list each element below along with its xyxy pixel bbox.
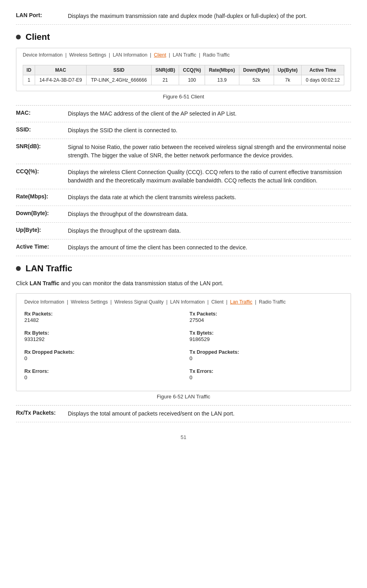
tx-dropped-value: 0 [189,355,343,361]
rx-errors-stat: Rx Errors: 0 [24,368,178,380]
client-bullet [16,35,21,39]
lan-port-definition: LAN Port: Displays the maximum transmiss… [16,8,351,25]
def-term: Up(Byte): [16,227,68,235]
tx-dropped-label: Tx Dropped Packets: [189,349,343,355]
lan-traffic-grid: Rx Packets: 21482 Tx Packets: 27504 Rx B… [24,311,343,384]
table-cell: 0 days 00:02:12 [302,75,344,85]
client-table-header-row: ID MAC SSID SNR(dB) CCQ(%) Rate(Mbps) Do… [23,65,344,75]
def-term: MAC: [16,110,68,118]
tx-bytets-value: 9186529 [189,336,343,342]
tx-errors-label: Tx Errors: [189,368,343,374]
client-figure-caption: Figure 6-51 Client [16,94,351,100]
lan-port-term: LAN Port: [16,12,68,20]
client-active-tab: Client [154,52,166,58]
table-cell: 1 [23,75,35,85]
rx-packets-value: 21482 [24,317,178,323]
col-rate: Rate(Mbps) [205,65,239,75]
def-term: CCQ(%): [16,168,68,185]
rx-dropped-stat: Rx Dropped Packets: 0 [24,349,178,361]
def-term: Rate(Mbps): [16,193,68,202]
table-cell: 13.9 [205,75,239,85]
def-term: Rx/Tx Packets: [16,410,68,418]
col-up: Up(Byte) [274,65,302,75]
client-def-row: Up(Byte):Displays the throughput of the … [16,223,351,239]
def-term: Down(Byte): [16,210,68,218]
rx-bytets-stat: Rx Bytets: 9331292 [24,330,178,342]
lan-traffic-figure-box: Device Information | Wireless Settings |… [16,293,351,391]
lan-traffic-title: LAN Traffic [26,263,72,274]
col-ccq: CCQ(%) [179,65,205,75]
page-number: 51 [16,434,351,440]
rx-packets-label: Rx Packets: [24,311,178,317]
client-def-row: SNR(dB):Signal to Noise Ratio, the power… [16,139,351,164]
def-desc: Signal to Noise Ratio, the power ratio b… [68,143,351,160]
client-def-row: Down(Byte):Displays the throughput of th… [16,206,351,223]
lan-definitions: Rx/Tx Packets:Displays the total amount … [16,406,351,422]
tx-errors-stat: Tx Errors: 0 [189,368,343,380]
table-cell: 14-F4-2A-3B-D7-E9 [35,75,87,85]
def-term: Active Time: [16,243,68,252]
col-id: ID [23,65,35,75]
tx-packets-label: Tx Packets: [189,311,343,317]
table-row: 114-F4-2A-3B-D7-E9TP-LINK_2.4GHz_6666662… [23,75,344,85]
rx-bytets-value: 9331292 [24,336,178,342]
def-desc: Displays the wireless Client Connection … [68,168,351,185]
col-mac: MAC [35,65,87,75]
client-def-row: Active Time:Displays the amount of time … [16,239,351,256]
lan-def-row: Rx/Tx Packets:Displays the total amount … [16,406,351,422]
rx-bytets-label: Rx Bytets: [24,330,178,336]
rx-errors-value: 0 [24,374,178,380]
def-desc: Displays the total amount of packets rec… [68,410,351,418]
client-figure-box: Device Information | Wireless Settings |… [16,48,351,91]
table-cell: 21 [152,75,179,85]
tx-bytets-stat: Tx Bytets: 9186529 [189,330,343,342]
client-def-row: SSID:Displays the SSID the client is con… [16,122,351,139]
def-desc: Displays the SSID the client is connecte… [68,126,351,135]
tx-packets-value: 27504 [189,317,343,323]
lan-traffic-bullet [16,266,21,271]
client-definitions: MAC:Displays the MAC address of the clie… [16,106,351,256]
client-title: Client [26,32,50,42]
def-desc: Displays the data rate at which the clie… [68,193,351,202]
table-cell: 7k [274,75,302,85]
col-down: Down(Byte) [239,65,274,75]
client-figure-nav: Device Information | Wireless Settings |… [23,52,344,60]
table-cell: 52k [239,75,274,85]
lan-figure-caption: Figure 6-52 LAN Traffic [16,394,351,400]
lan-active-tab: Lan Traffic [230,299,253,305]
lan-traffic-intro-text: and you can monitor the data transmissio… [61,280,223,286]
lan-port-desc: Displays the maximum transmission rate a… [68,12,351,20]
table-cell: 100 [179,75,205,85]
col-ssid: SSID [86,65,151,75]
client-def-row: MAC:Displays the MAC address of the clie… [16,106,351,122]
table-cell: TP-LINK_2.4GHz_666666 [86,75,151,85]
col-active-time: Active Time [302,65,344,75]
lan-traffic-intro: Click LAN Traffic and you can monitor th… [16,279,351,288]
def-desc: Displays the throughput of the downstrea… [68,210,351,218]
lan-traffic-bold: LAN Traffic [30,280,59,286]
tx-dropped-stat: Tx Dropped Packets: 0 [189,349,343,361]
client-def-row: CCQ(%):Displays the wireless Client Conn… [16,164,351,189]
rx-packets-stat: Rx Packets: 21482 [24,311,178,323]
tx-packets-stat: Tx Packets: 27504 [189,311,343,323]
col-snr: SNR(dB) [152,65,179,75]
tx-bytets-label: Tx Bytets: [189,330,343,336]
client-section-header: Client [16,32,351,42]
def-desc: Displays the amount of time the client h… [68,243,351,252]
rx-dropped-value: 0 [24,355,178,361]
client-table: ID MAC SSID SNR(dB) CCQ(%) Rate(Mbps) Do… [23,65,344,85]
rx-errors-label: Rx Errors: [24,368,178,374]
def-desc: Displays the throughput of the upstream … [68,227,351,235]
tx-errors-value: 0 [189,374,343,380]
lan-traffic-section-header: LAN Traffic [16,263,351,274]
rx-dropped-label: Rx Dropped Packets: [24,349,178,355]
def-term: SSID: [16,126,68,135]
lan-traffic-figure-nav: Device Information | Wireless Settings |… [24,299,343,305]
client-def-row: Rate(Mbps):Displays the data rate at whi… [16,189,351,206]
def-term: SNR(dB): [16,143,68,160]
def-desc: Displays the MAC address of the client o… [68,110,351,118]
